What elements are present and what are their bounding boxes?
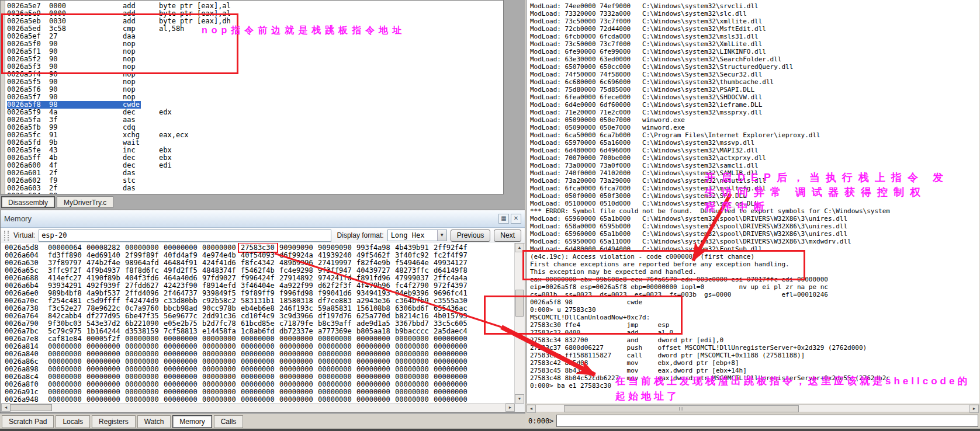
log-line: 27583c42 8b5d08 mov ebx,dword ptr [ebp+8…: [530, 359, 890, 367]
log-line: ModLoad: 73c50000 73c7f000 C:\Windows\sy…: [530, 18, 890, 25]
scroll-down-icon[interactable]: ▼: [515, 394, 524, 404]
disasm-bytes: 90: [49, 93, 123, 101]
tab-disassembly[interactable]: Disassembly: [1, 196, 55, 208]
log-line: eax=00000000 ebx=09b608e8 ecx=76fa6570 e…: [530, 276, 890, 283]
disasm-bytes: 90: [49, 192, 123, 194]
disassembly-tab-bar: DisassemblyMyDriverTry.c: [1, 196, 113, 210]
tab-mydrivertry-c[interactable]: MyDriverTry.c: [57, 196, 113, 208]
disasm-row: 0026a6032fdas: [7, 185, 503, 192]
disasm-row: 0026a602f9stc: [7, 177, 503, 185]
scrollbar-thumb[interactable]: [515, 290, 524, 317]
disasm-operands: ebx: [159, 154, 503, 162]
disasm-bytes: 2f: [49, 169, 123, 177]
scrollbar-thumb[interactable]: [10, 404, 52, 411]
log-line: ModLoad: 75d80000 75d85000 C:\Windows\sy…: [530, 86, 890, 93]
memory-close-icon[interactable]: ✕: [511, 214, 521, 224]
disasm-bytes: 3c58: [49, 25, 123, 33]
disasm-operands: edi: [159, 162, 503, 169]
disasm-operands: [159, 63, 503, 71]
scroll-right-icon[interactable]: ►: [969, 405, 979, 413]
disasm-address: 0026a604: [7, 192, 49, 194]
memory-grid-icon[interactable]: ▦: [498, 214, 509, 224]
log-line: ModLoad: 65960000 65a1b000 C:\Windows\sy…: [530, 215, 890, 223]
next-button[interactable]: Next: [494, 230, 521, 242]
disasm-bytes: 90: [49, 63, 123, 71]
display-format-value: Long Hex: [388, 231, 437, 239]
scrollbar-thumb[interactable]: [564, 405, 799, 412]
memory-titlebar: Memory ▦ ✕: [1, 210, 525, 228]
scroll-left-icon[interactable]: ◄: [527, 405, 536, 413]
memory-pane: Memory ▦ ✕ Virtual: Display format: Long…: [0, 210, 525, 413]
disasm-bytes: 90: [49, 55, 123, 63]
log-line: ModLoad: 65070000 650cc000 C:\Windows\Sy…: [530, 63, 890, 71]
display-format-select[interactable]: Long Hex ▼: [387, 230, 447, 241]
chevron-down-icon[interactable]: ▼: [437, 230, 446, 241]
log-line: ModLoad: 71e20000 71e2c000 C:\Windows\sy…: [530, 109, 890, 116]
log-line: ModLoad: 05090000 050e7000 winword.exe: [530, 116, 890, 124]
disasm-row: 0026a6012fdas: [7, 169, 503, 177]
disasm-bytes: 90: [49, 71, 123, 78]
disasm-row: 0026a5eb0030addbyte ptr [eax],dh: [7, 18, 503, 25]
log-line: ModLoad: 74ee0000 74ef9000 C:\Windows\sy…: [530, 2, 890, 10]
disasm-row: 0026a5ff4bdecebx: [7, 154, 503, 162]
thumb-grip: [679, 407, 684, 411]
scroll-left-icon[interactable]: ◄: [1, 404, 11, 412]
virtual-address-input[interactable]: [39, 230, 331, 242]
disasm-row: 0026a5fb99cdq: [7, 124, 503, 131]
log-line: ModLoad: 050f0000 050f3000 C:\Windows\sy…: [530, 192, 890, 200]
log-line: 27583c48 8b04c52cdb6227 mov eax,dword pt…: [530, 374, 890, 382]
disasm-bytes: 90: [49, 78, 123, 86]
log-line: cs=001b ss=0023 ds=0023 es=0023 fs=003b …: [530, 291, 890, 298]
command-pane: ModLoad: 74ee0000 74ef9000 C:\Windows\sy…: [525, 0, 980, 431]
disasm-bytes: 98: [49, 101, 123, 109]
disasm-bytes: 9b: [49, 139, 123, 147]
log-line: 27583c37 6800d06227 push offset MSCOMCTL…: [530, 344, 890, 352]
memory-horizontal-scrollbar[interactable]: ◄ ►: [1, 403, 515, 412]
log-line: 0:000> ba e1 27583c30: [530, 382, 890, 390]
disasm-bytes: 90: [49, 48, 123, 55]
disasm-operands: [159, 78, 503, 86]
disasm-row: 0026a5e70000addbyte ptr [eax],al: [7, 2, 503, 10]
disasm-operands: [159, 86, 503, 93]
disasm-mnemonic: nop: [123, 192, 159, 194]
command-horizontal-scrollbar[interactable]: ◄ ►: [526, 404, 979, 412]
disasm-bytes: f9: [49, 177, 123, 185]
log-line: ModLoad: 740f0000 74102000 C:\Windows\sy…: [530, 169, 890, 177]
tab-scratch-pad[interactable]: Scratch Pad: [2, 415, 54, 428]
log-line: ModLoad: 73c50000 73c7f000 C:\Windows\sy…: [530, 40, 890, 48]
log-line: ModLoad: 6fe90000 6fe99000 C:\Windows\sy…: [530, 48, 890, 55]
disasm-row: 0026a5f490nop: [7, 71, 503, 78]
disasm-bytes: 2f: [49, 185, 123, 192]
disasm-operands: edx: [159, 109, 503, 116]
disasm-operands: al,58h: [159, 25, 503, 33]
tab-watch[interactable]: Watch: [137, 415, 171, 428]
command-log: ModLoad: 74ee0000 74ef9000 C:\Windows\sy…: [530, 2, 890, 390]
disasm-row: 0026a5e90000addbyte ptr [eax],al: [7, 10, 503, 18]
disasm-operands: eax,ecx: [159, 131, 503, 139]
previous-button[interactable]: Previous: [451, 230, 491, 242]
log-line: ModLoad: 05090000 050e7000 winword.exe: [530, 124, 890, 131]
tab-memory[interactable]: Memory: [172, 415, 212, 428]
disasm-row: 0026a5fe43incebx: [7, 147, 503, 154]
log-line: ModLoad: 6ca50000 6ca7b000 C:\Program Fi…: [530, 131, 890, 139]
log-line: ModLoad: 6fca0000 6fca7000 C:\Windows\sy…: [530, 185, 890, 192]
disasm-row: 0026a60490nop: [7, 192, 503, 194]
log-line: ModLoad: 65970000 65a16000 C:\Windows\sy…: [530, 139, 890, 147]
scroll-up-icon[interactable]: ▲: [515, 243, 524, 252]
log-line: (e4c.19c): Access violation - code c0000…: [530, 253, 890, 260]
command-input[interactable]: [556, 415, 978, 427]
scroll-right-icon[interactable]: ►: [505, 404, 515, 412]
disasm-bytes: 90: [49, 86, 123, 93]
disasm-row: 0026a5f94adecedx: [7, 109, 503, 116]
tab-calls[interactable]: Calls: [214, 415, 244, 428]
tab-locals[interactable]: Locals: [56, 415, 90, 428]
log-line: ModLoad: 70070000 700be000 C:\Windows\sy…: [530, 154, 890, 162]
tab-registers[interactable]: Registers: [92, 415, 136, 428]
memory-pane-title: Memory: [4, 214, 497, 223]
memory-vertical-scrollbar[interactable]: ▲ ▼: [514, 243, 524, 404]
log-line: 0026a5f8 98 cwde: [530, 298, 890, 306]
disasm-operands: [159, 169, 503, 177]
toolbar-grip[interactable]: [4, 231, 9, 241]
memory-toolbar: Virtual: Display format: Long Hex ▼ Prev…: [1, 228, 525, 244]
log-line: ModLoad: 6fcb0000 6fcda000 C:\Windows\sy…: [530, 33, 890, 40]
